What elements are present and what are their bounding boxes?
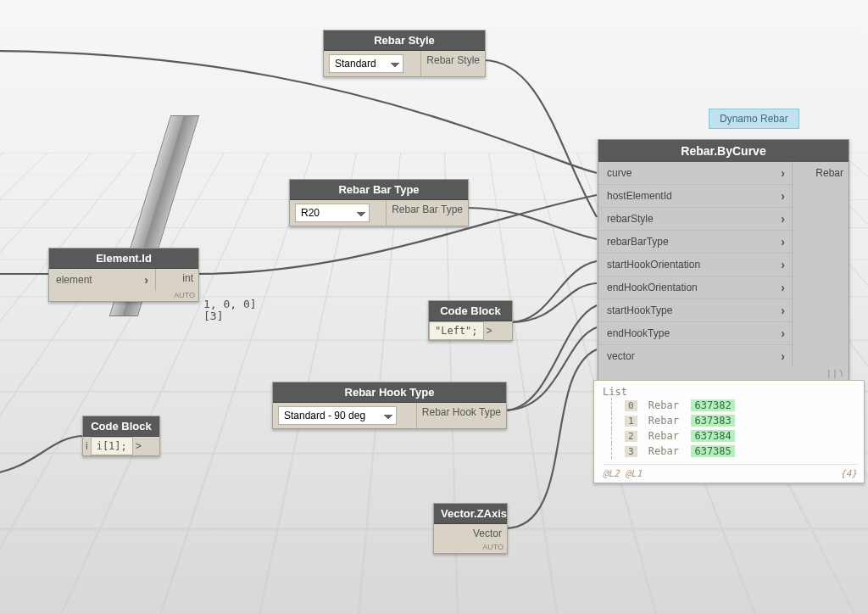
input-port-endhooktype[interactable]: endHookType› [598,322,792,345]
input-port-starthooktype[interactable]: startHookType› [598,299,792,322]
node-rebar-style[interactable]: Rebar Style Standard Rebar Style [323,30,486,77]
chevron-right-icon: › [774,166,785,180]
item-count: {4} [840,468,857,479]
input-port-vector[interactable]: vector› [598,345,792,367]
output-port-label[interactable]: Vector [434,524,507,543]
package-chip-dynamo-rebar[interactable]: Dynamo Rebar [709,109,799,129]
input-port-rebarstyle[interactable]: rebarStyle› [598,208,792,231]
code-editor[interactable]: "Left"; [429,321,484,340]
chevron-right-icon: › [774,189,785,203]
node-title: Rebar Hook Type [273,382,506,403]
output-port-label[interactable]: Rebar Bar Type [386,200,468,226]
chevron-right-icon: › [774,258,785,271]
input-port-rebarbartype[interactable]: rebarBarType› [598,231,792,254]
output-port-label[interactable]: > [484,321,495,340]
lacing-auto-label: AUTO [434,543,507,553]
dropdown-rebar-bar-type[interactable]: R20 [295,204,370,222]
chevron-right-icon: › [774,212,785,226]
output-port-label[interactable]: int [155,269,198,291]
input-port-endhookorientation[interactable]: endHookOrientation› [598,276,792,299]
node-element-id[interactable]: Element.Id element › int AUTO [48,248,199,302]
input-port-curve[interactable]: curve› [598,162,792,185]
output-port-label[interactable]: Rebar Style [420,51,485,76]
output-port-label[interactable]: Rebar Hook Type [416,403,506,428]
list-item[interactable]: 2 Rebar 637384 [603,428,857,444]
node-title: Rebar Bar Type [290,180,468,200]
code-editor[interactable]: i[1]; [91,437,133,455]
chevron-right-icon: › [774,235,785,248]
input-port-label[interactable]: i [83,437,91,455]
chevron-right-icon: › [774,304,785,317]
node-rebar-hook-type[interactable]: Rebar Hook Type Standard - 90 deg Rebar … [272,382,507,429]
dropdown-rebar-style[interactable]: Standard [329,54,403,73]
chevron-right-icon: › [774,327,785,340]
node-vector-zaxis[interactable]: Vector.ZAxis Vector AUTO [433,503,508,554]
node-title: Code Block [83,416,159,437]
chevron-right-icon: › [774,349,785,363]
node-title: Rebar Style [324,31,485,51]
dropdown-rebar-hook-type[interactable]: Standard - 90 deg [278,406,397,425]
output-port-label[interactable]: > [133,437,144,455]
chevron-right-icon: › [774,281,785,294]
node-title: Rebar.ByCurve [598,140,849,162]
levels-indicator[interactable]: @L2 @L1 [603,468,642,479]
node-rebar-by-curve[interactable]: Rebar.ByCurve curve› hostElementId› reba… [598,139,849,382]
list-item[interactable]: 3 Rebar 637385 [603,444,857,459]
node-title: Vector.ZAxis [434,504,507,524]
node-title: Code Block [429,301,512,321]
list-item[interactable]: 0 Rebar 637382 [603,398,857,413]
preview-header: List [603,386,857,398]
output-preview-panel[interactable]: List 0 Rebar 637382 1 Rebar 637383 2 Reb… [593,380,865,483]
node-title: Element.Id [49,248,198,269]
input-port-label[interactable]: element [56,274,92,286]
node-rebar-bar-type[interactable]: Rebar Bar Type R20 Rebar Bar Type [289,179,469,226]
input-port-hostelementid[interactable]: hostElementId› [598,185,792,208]
node-code-block-left[interactable]: Code Block "Left"; > [428,300,513,341]
input-port-list: curve› hostElementId› rebarStyle› rebarB… [598,162,793,367]
input-port-starthookorientation[interactable]: startHookOrientation› [598,254,792,276]
lacing-auto-label: AUTO [49,291,198,301]
node-code-block-index[interactable]: Code Block i i[1]; > [82,416,160,456]
chevron-right-icon: › [137,273,148,287]
list-item[interactable]: 1 Rebar 637383 [603,413,857,428]
output-port-rebar[interactable]: Rebar [793,162,849,367]
